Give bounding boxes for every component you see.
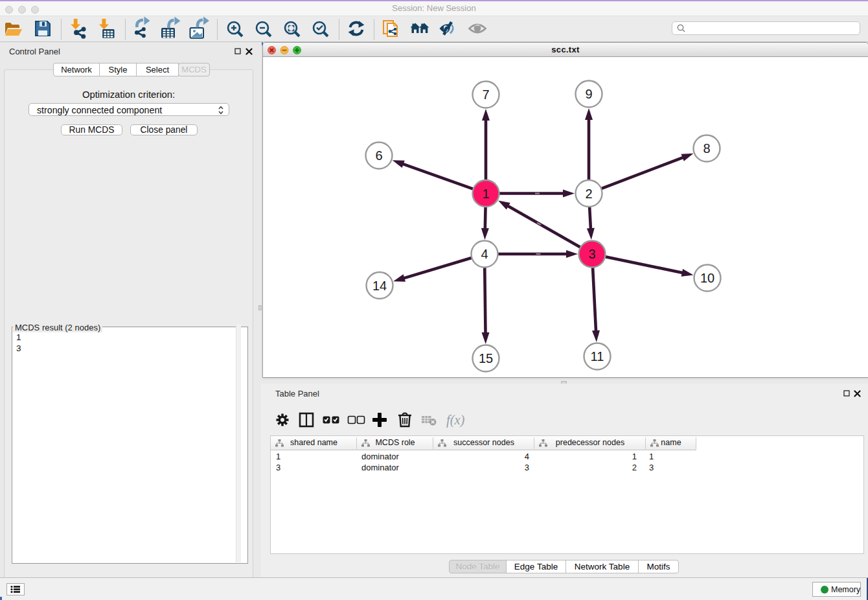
svg-text:15: 15 <box>479 351 493 365</box>
svg-text:2: 2 <box>585 187 592 201</box>
svg-text:14: 14 <box>372 279 387 293</box>
svg-text:6: 6 <box>375 148 382 163</box>
svg-text:f(x): f(x) <box>446 413 465 428</box>
svg-text:10: 10 <box>700 271 714 285</box>
svg-text:1: 1 <box>482 187 489 201</box>
svg-text:11: 11 <box>591 349 604 363</box>
svg-text:4: 4 <box>481 247 488 261</box>
svg-text:9: 9 <box>585 87 592 101</box>
svg-text:7: 7 <box>482 87 489 102</box>
svg-text:8: 8 <box>703 141 710 156</box>
svg-text:3: 3 <box>588 247 595 261</box>
